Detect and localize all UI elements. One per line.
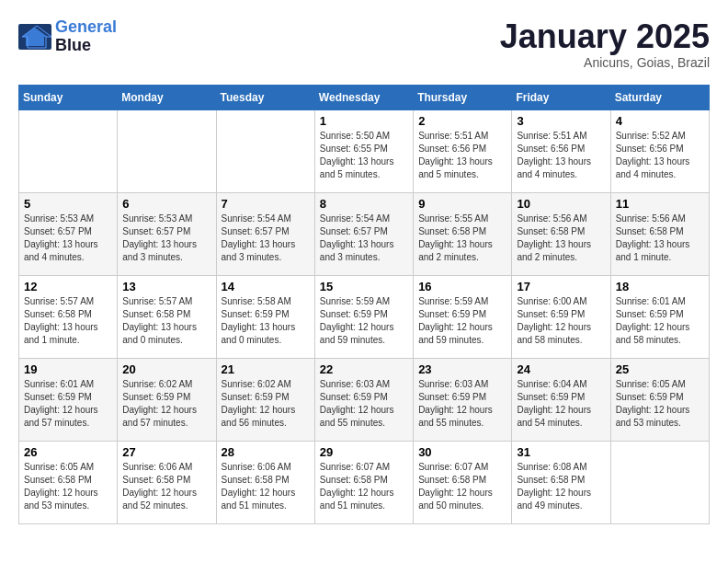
day-number: 30 [418,445,506,459]
calendar-cell [610,441,709,523]
calendar-cell [118,109,216,192]
weekday-header: Sunday [19,85,118,109]
day-info: Sunrise: 6:05 AMSunset: 6:59 PMDaylight:… [616,378,704,430]
calendar-cell: 28Sunrise: 6:06 AMSunset: 6:58 PMDayligh… [216,441,314,523]
day-info: Sunrise: 6:03 AMSunset: 6:59 PMDaylight:… [418,378,506,430]
weekday-header: Friday [512,85,610,109]
calendar-cell: 5Sunrise: 5:53 AMSunset: 6:57 PMDaylight… [19,192,118,275]
calendar-cell: 16Sunrise: 5:59 AMSunset: 6:59 PMDayligh… [414,275,512,358]
day-info: Sunrise: 6:08 AMSunset: 6:58 PMDaylight:… [517,461,605,512]
day-number: 5 [24,197,112,211]
calendar-week-row: 1Sunrise: 5:50 AMSunset: 6:55 PMDaylight… [19,109,710,192]
weekday-header: Wednesday [314,85,413,109]
day-number: 7 [222,197,310,211]
subtitle: Anicuns, Goias, Brazil [500,55,710,70]
logo: GeneralBlue [18,18,117,55]
day-number: 9 [418,197,506,211]
day-info: Sunrise: 6:05 AMSunset: 6:58 PMDaylight:… [24,461,112,512]
calendar-cell: 24Sunrise: 6:04 AMSunset: 6:59 PMDayligh… [512,358,610,441]
day-number: 17 [517,280,605,293]
calendar-table: SundayMondayTuesdayWednesdayThursdayFrid… [18,85,710,524]
calendar-cell: 26Sunrise: 6:05 AMSunset: 6:58 PMDayligh… [19,441,118,523]
weekday-header: Saturday [610,85,709,109]
day-info: Sunrise: 6:02 AMSunset: 6:59 PMDaylight:… [122,378,210,430]
day-info: Sunrise: 5:57 AMSunset: 6:58 PMDaylight:… [122,295,210,347]
day-number: 24 [517,362,605,376]
calendar-week-row: 26Sunrise: 6:05 AMSunset: 6:58 PMDayligh… [19,441,710,523]
day-info: Sunrise: 6:06 AMSunset: 6:58 PMDaylight:… [222,461,310,512]
day-info: Sunrise: 5:58 AMSunset: 6:59 PMDaylight:… [222,295,310,347]
day-info: Sunrise: 5:51 AMSunset: 6:56 PMDaylight:… [517,130,605,181]
calendar-cell: 21Sunrise: 6:02 AMSunset: 6:59 PMDayligh… [216,358,314,441]
day-number: 2 [418,114,506,128]
day-number: 6 [122,197,210,211]
day-info: Sunrise: 5:54 AMSunset: 6:57 PMDaylight:… [222,213,310,264]
calendar-cell: 9Sunrise: 5:55 AMSunset: 6:58 PMDaylight… [414,192,512,275]
calendar-cell [216,109,314,192]
calendar-cell: 31Sunrise: 6:08 AMSunset: 6:58 PMDayligh… [512,441,610,523]
calendar-cell: 17Sunrise: 6:00 AMSunset: 6:59 PMDayligh… [512,275,610,358]
logo-text: GeneralBlue [55,18,117,55]
calendar-cell: 1Sunrise: 5:50 AMSunset: 6:55 PMDaylight… [314,109,413,192]
day-number: 26 [24,445,112,459]
day-info: Sunrise: 6:03 AMSunset: 6:59 PMDaylight:… [320,378,408,430]
day-number: 22 [320,362,408,376]
calendar-cell: 27Sunrise: 6:06 AMSunset: 6:58 PMDayligh… [118,441,216,523]
day-number: 4 [616,114,704,128]
day-number: 1 [320,114,408,128]
day-number: 3 [517,114,605,128]
calendar-cell: 4Sunrise: 5:52 AMSunset: 6:56 PMDaylight… [610,109,709,192]
weekday-header: Thursday [414,85,512,109]
day-number: 19 [24,362,112,376]
day-info: Sunrise: 5:59 AMSunset: 6:59 PMDaylight:… [320,295,408,347]
day-info: Sunrise: 5:59 AMSunset: 6:59 PMDaylight:… [418,295,506,347]
day-info: Sunrise: 5:52 AMSunset: 6:56 PMDaylight:… [616,130,704,181]
day-number: 21 [222,362,310,376]
day-info: Sunrise: 5:53 AMSunset: 6:57 PMDaylight:… [122,213,210,264]
day-info: Sunrise: 6:07 AMSunset: 6:58 PMDaylight:… [418,461,506,512]
day-number: 29 [320,445,408,459]
calendar-cell: 12Sunrise: 5:57 AMSunset: 6:58 PMDayligh… [19,275,118,358]
month-title: January 2025 [500,18,710,55]
calendar-cell: 3Sunrise: 5:51 AMSunset: 6:56 PMDaylight… [512,109,610,192]
page-header: GeneralBlue January 2025 Anicuns, Goias,… [18,18,710,70]
day-info: Sunrise: 5:57 AMSunset: 6:58 PMDaylight:… [24,295,112,347]
calendar-cell: 10Sunrise: 5:56 AMSunset: 6:58 PMDayligh… [512,192,610,275]
day-number: 20 [122,362,210,376]
calendar-cell: 30Sunrise: 6:07 AMSunset: 6:58 PMDayligh… [414,441,512,523]
day-info: Sunrise: 5:56 AMSunset: 6:58 PMDaylight:… [517,213,605,264]
day-info: Sunrise: 6:02 AMSunset: 6:59 PMDaylight:… [222,378,310,430]
weekday-header: Monday [118,85,216,109]
day-info: Sunrise: 6:07 AMSunset: 6:58 PMDaylight:… [320,461,408,512]
calendar-cell: 25Sunrise: 6:05 AMSunset: 6:59 PMDayligh… [610,358,709,441]
day-info: Sunrise: 6:04 AMSunset: 6:59 PMDaylight:… [517,378,605,430]
day-info: Sunrise: 6:01 AMSunset: 6:59 PMDaylight:… [616,295,704,347]
calendar-cell: 14Sunrise: 5:58 AMSunset: 6:59 PMDayligh… [216,275,314,358]
day-info: Sunrise: 5:51 AMSunset: 6:56 PMDaylight:… [418,130,506,181]
calendar-cell: 20Sunrise: 6:02 AMSunset: 6:59 PMDayligh… [118,358,216,441]
title-block: January 2025 Anicuns, Goias, Brazil [500,18,710,70]
day-number: 23 [418,362,506,376]
day-number: 15 [320,280,408,293]
day-number: 8 [320,197,408,211]
calendar-cell: 15Sunrise: 5:59 AMSunset: 6:59 PMDayligh… [314,275,413,358]
calendar-cell: 29Sunrise: 6:07 AMSunset: 6:58 PMDayligh… [314,441,413,523]
day-info: Sunrise: 6:06 AMSunset: 6:58 PMDaylight:… [122,461,210,512]
weekday-header-row: SundayMondayTuesdayWednesdayThursdayFrid… [19,85,710,109]
day-number: 13 [122,280,210,293]
calendar-cell: 23Sunrise: 6:03 AMSunset: 6:59 PMDayligh… [414,358,512,441]
day-info: Sunrise: 5:54 AMSunset: 6:57 PMDaylight:… [320,213,408,264]
day-info: Sunrise: 5:56 AMSunset: 6:58 PMDaylight:… [616,213,704,264]
day-number: 31 [517,445,605,459]
calendar-cell: 8Sunrise: 5:54 AMSunset: 6:57 PMDaylight… [314,192,413,275]
calendar-cell: 19Sunrise: 6:01 AMSunset: 6:59 PMDayligh… [19,358,118,441]
calendar-week-row: 19Sunrise: 6:01 AMSunset: 6:59 PMDayligh… [19,358,710,441]
calendar-cell: 13Sunrise: 5:57 AMSunset: 6:58 PMDayligh… [118,275,216,358]
day-number: 14 [222,280,310,293]
day-number: 18 [616,280,704,293]
calendar-cell: 22Sunrise: 6:03 AMSunset: 6:59 PMDayligh… [314,358,413,441]
day-number: 16 [418,280,506,293]
day-number: 25 [616,362,704,376]
logo-icon [18,24,51,50]
day-number: 28 [222,445,310,459]
